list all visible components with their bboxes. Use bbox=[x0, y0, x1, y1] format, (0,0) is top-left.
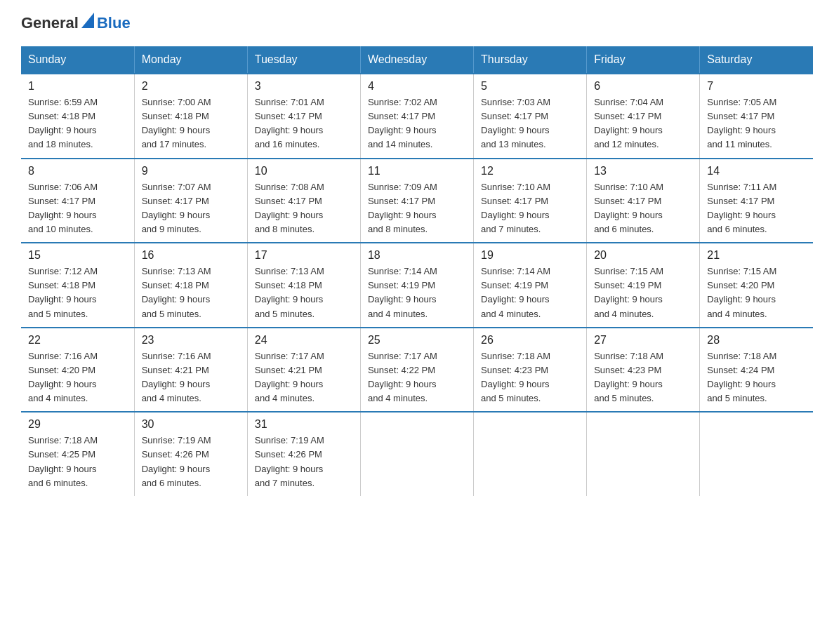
day-info: Sunrise: 7:01 AMSunset: 4:17 PMDaylight:… bbox=[255, 95, 353, 152]
day-info: Sunrise: 7:12 AMSunset: 4:18 PMDaylight:… bbox=[28, 264, 127, 321]
day-number: 12 bbox=[481, 165, 579, 177]
header-tuesday: Tuesday bbox=[247, 46, 360, 74]
day-info: Sunrise: 7:14 AMSunset: 4:19 PMDaylight:… bbox=[368, 264, 466, 321]
day-number: 29 bbox=[28, 418, 127, 431]
day-number: 26 bbox=[481, 334, 579, 347]
calendar-cell: 21Sunrise: 7:15 AMSunset: 4:20 PMDayligh… bbox=[700, 243, 813, 328]
calendar-cell: 1Sunrise: 6:59 AMSunset: 4:18 PMDaylight… bbox=[21, 74, 134, 159]
calendar-cell: 20Sunrise: 7:15 AMSunset: 4:19 PMDayligh… bbox=[587, 243, 700, 328]
calendar-cell bbox=[360, 412, 473, 496]
day-number: 15 bbox=[28, 249, 127, 262]
calendar-cell: 16Sunrise: 7:13 AMSunset: 4:18 PMDayligh… bbox=[134, 243, 247, 328]
day-number: 8 bbox=[28, 165, 127, 177]
day-number: 2 bbox=[142, 80, 240, 93]
day-number: 3 bbox=[255, 80, 353, 93]
calendar-cell: 25Sunrise: 7:17 AMSunset: 4:22 PMDayligh… bbox=[360, 328, 473, 412]
calendar-cell bbox=[474, 412, 587, 496]
day-info: Sunrise: 6:59 AMSunset: 4:18 PMDaylight:… bbox=[28, 95, 127, 152]
day-info: Sunrise: 7:10 AMSunset: 4:17 PMDaylight:… bbox=[481, 180, 579, 237]
calendar-week-row: 29Sunrise: 7:18 AMSunset: 4:25 PMDayligh… bbox=[21, 412, 813, 496]
svg-marker-0 bbox=[81, 13, 94, 28]
header-wednesday: Wednesday bbox=[360, 46, 473, 74]
day-number: 19 bbox=[481, 249, 579, 262]
calendar-cell: 13Sunrise: 7:10 AMSunset: 4:17 PMDayligh… bbox=[587, 159, 700, 243]
logo-triangle-icon bbox=[81, 13, 94, 28]
calendar-cell: 24Sunrise: 7:17 AMSunset: 4:21 PMDayligh… bbox=[247, 328, 360, 412]
calendar-table: SundayMondayTuesdayWednesdayThursdayFrid… bbox=[21, 46, 813, 496]
calendar-cell bbox=[587, 412, 700, 496]
day-info: Sunrise: 7:08 AMSunset: 4:17 PMDaylight:… bbox=[255, 180, 353, 237]
calendar-cell: 8Sunrise: 7:06 AMSunset: 4:17 PMDaylight… bbox=[21, 159, 134, 243]
calendar-cell: 19Sunrise: 7:14 AMSunset: 4:19 PMDayligh… bbox=[474, 243, 587, 328]
day-info: Sunrise: 7:11 AMSunset: 4:17 PMDaylight:… bbox=[707, 180, 806, 237]
calendar-cell bbox=[700, 412, 813, 496]
calendar-cell: 15Sunrise: 7:12 AMSunset: 4:18 PMDayligh… bbox=[21, 243, 134, 328]
header-saturday: Saturday bbox=[700, 46, 813, 74]
day-number: 25 bbox=[368, 334, 466, 347]
day-number: 9 bbox=[142, 165, 240, 177]
day-number: 14 bbox=[707, 165, 806, 177]
day-info: Sunrise: 7:13 AMSunset: 4:18 PMDaylight:… bbox=[142, 264, 240, 321]
calendar-week-row: 15Sunrise: 7:12 AMSunset: 4:18 PMDayligh… bbox=[21, 243, 813, 328]
calendar-cell: 12Sunrise: 7:10 AMSunset: 4:17 PMDayligh… bbox=[474, 159, 587, 243]
calendar-cell: 18Sunrise: 7:14 AMSunset: 4:19 PMDayligh… bbox=[360, 243, 473, 328]
day-info: Sunrise: 7:15 AMSunset: 4:20 PMDaylight:… bbox=[707, 264, 806, 321]
day-info: Sunrise: 7:16 AMSunset: 4:21 PMDaylight:… bbox=[142, 349, 240, 406]
day-number: 6 bbox=[594, 80, 692, 93]
calendar-week-row: 8Sunrise: 7:06 AMSunset: 4:17 PMDaylight… bbox=[21, 159, 813, 243]
calendar-cell: 26Sunrise: 7:18 AMSunset: 4:23 PMDayligh… bbox=[474, 328, 587, 412]
calendar-cell: 28Sunrise: 7:18 AMSunset: 4:24 PMDayligh… bbox=[700, 328, 813, 412]
day-info: Sunrise: 7:18 AMSunset: 4:23 PMDaylight:… bbox=[481, 349, 579, 406]
day-info: Sunrise: 7:18 AMSunset: 4:25 PMDaylight:… bbox=[28, 434, 127, 490]
day-number: 24 bbox=[255, 334, 353, 347]
calendar-cell: 23Sunrise: 7:16 AMSunset: 4:21 PMDayligh… bbox=[134, 328, 247, 412]
day-number: 27 bbox=[594, 334, 692, 347]
day-info: Sunrise: 7:19 AMSunset: 4:26 PMDaylight:… bbox=[142, 434, 240, 490]
day-number: 17 bbox=[255, 249, 353, 262]
day-number: 22 bbox=[28, 334, 127, 347]
day-number: 18 bbox=[368, 249, 466, 262]
day-number: 30 bbox=[142, 418, 240, 431]
day-info: Sunrise: 7:04 AMSunset: 4:17 PMDaylight:… bbox=[594, 95, 692, 152]
calendar-cell: 29Sunrise: 7:18 AMSunset: 4:25 PMDayligh… bbox=[21, 412, 134, 496]
day-number: 23 bbox=[142, 334, 240, 347]
day-number: 21 bbox=[707, 249, 806, 262]
header-friday: Friday bbox=[587, 46, 700, 74]
calendar-cell: 5Sunrise: 7:03 AMSunset: 4:17 PMDaylight… bbox=[474, 74, 587, 159]
day-number: 13 bbox=[594, 165, 692, 177]
calendar-cell: 6Sunrise: 7:04 AMSunset: 4:17 PMDaylight… bbox=[587, 74, 700, 159]
calendar-week-row: 22Sunrise: 7:16 AMSunset: 4:20 PMDayligh… bbox=[21, 328, 813, 412]
day-info: Sunrise: 7:03 AMSunset: 4:17 PMDaylight:… bbox=[481, 95, 579, 152]
day-number: 20 bbox=[594, 249, 692, 262]
day-info: Sunrise: 7:13 AMSunset: 4:18 PMDaylight:… bbox=[255, 264, 353, 321]
day-info: Sunrise: 7:06 AMSunset: 4:17 PMDaylight:… bbox=[28, 180, 127, 237]
day-info: Sunrise: 7:19 AMSunset: 4:26 PMDaylight:… bbox=[255, 434, 353, 490]
day-info: Sunrise: 7:15 AMSunset: 4:19 PMDaylight:… bbox=[594, 264, 692, 321]
header-monday: Monday bbox=[134, 46, 247, 74]
calendar-cell: 17Sunrise: 7:13 AMSunset: 4:18 PMDayligh… bbox=[247, 243, 360, 328]
calendar-cell: 31Sunrise: 7:19 AMSunset: 4:26 PMDayligh… bbox=[247, 412, 360, 496]
calendar-cell: 27Sunrise: 7:18 AMSunset: 4:23 PMDayligh… bbox=[587, 328, 700, 412]
logo: General Blue bbox=[21, 14, 131, 32]
day-number: 5 bbox=[481, 80, 579, 93]
day-info: Sunrise: 7:00 AMSunset: 4:18 PMDaylight:… bbox=[142, 95, 240, 152]
calendar-cell: 3Sunrise: 7:01 AMSunset: 4:17 PMDaylight… bbox=[247, 74, 360, 159]
day-number: 7 bbox=[707, 80, 806, 93]
day-info: Sunrise: 7:18 AMSunset: 4:23 PMDaylight:… bbox=[594, 349, 692, 406]
day-info: Sunrise: 7:17 AMSunset: 4:22 PMDaylight:… bbox=[368, 349, 466, 406]
header-sunday: Sunday bbox=[21, 46, 134, 74]
calendar-cell: 4Sunrise: 7:02 AMSunset: 4:17 PMDaylight… bbox=[360, 74, 473, 159]
day-number: 16 bbox=[142, 249, 240, 262]
calendar-cell: 14Sunrise: 7:11 AMSunset: 4:17 PMDayligh… bbox=[700, 159, 813, 243]
calendar-header-row: SundayMondayTuesdayWednesdayThursdayFrid… bbox=[21, 46, 813, 74]
day-info: Sunrise: 7:07 AMSunset: 4:17 PMDaylight:… bbox=[142, 180, 240, 237]
calendar-cell: 2Sunrise: 7:00 AMSunset: 4:18 PMDaylight… bbox=[134, 74, 247, 159]
calendar-week-row: 1Sunrise: 6:59 AMSunset: 4:18 PMDaylight… bbox=[21, 74, 813, 159]
day-info: Sunrise: 7:09 AMSunset: 4:17 PMDaylight:… bbox=[368, 180, 466, 237]
calendar-cell: 30Sunrise: 7:19 AMSunset: 4:26 PMDayligh… bbox=[134, 412, 247, 496]
calendar-cell: 7Sunrise: 7:05 AMSunset: 4:17 PMDaylight… bbox=[700, 74, 813, 159]
day-number: 1 bbox=[28, 80, 127, 93]
calendar-cell: 10Sunrise: 7:08 AMSunset: 4:17 PMDayligh… bbox=[247, 159, 360, 243]
day-info: Sunrise: 7:02 AMSunset: 4:17 PMDaylight:… bbox=[368, 95, 466, 152]
day-info: Sunrise: 7:14 AMSunset: 4:19 PMDaylight:… bbox=[481, 264, 579, 321]
